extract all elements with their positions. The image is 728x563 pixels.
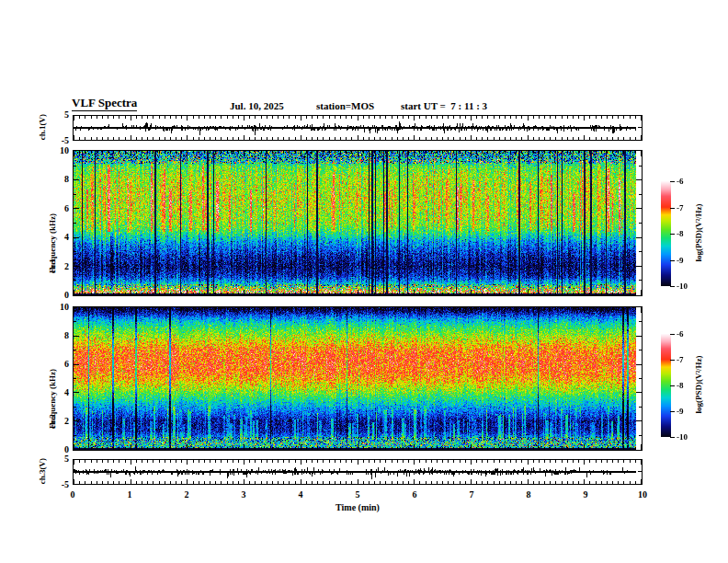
x-tick-label: 10 (633, 490, 652, 500)
colorbar2-tick (670, 360, 675, 361)
colorbar2-tick (670, 411, 675, 412)
colorbar2-tick-label: -6 (677, 329, 700, 339)
x-tick-label: 9 (576, 490, 595, 500)
colorbar2-tick-label: -10 (677, 432, 700, 442)
colorbar2-tick-label: -8 (677, 381, 700, 390)
x-tick-label: 6 (405, 490, 424, 500)
ch2-spec-y-tick-label: 10 (45, 303, 69, 312)
ch2-spec-y-tick-label: 8 (45, 331, 69, 340)
ch1-spec-y-tick-label: 10 (45, 146, 69, 155)
x-tick-label: 7 (462, 490, 481, 500)
colorbar2-tick (670, 437, 675, 438)
colorbar1-tick (670, 234, 675, 235)
x-axis-title: Time (min) (321, 502, 394, 512)
ch1-spectrogram-panel (73, 150, 643, 296)
ch1-spec-y-tick-label: 8 (45, 175, 69, 184)
colorbar2-tick-label: -7 (677, 355, 700, 364)
ch3-wave-y-tick-label: -5 (45, 480, 69, 489)
colorbar2-tick-label: -9 (677, 407, 700, 416)
ch3-voltage-axis-label: ch.3(V) (38, 416, 47, 526)
colorbar1-tick-label: -9 (677, 256, 700, 265)
colorbar1-tick (670, 260, 675, 261)
colorbar2-tick (670, 334, 675, 335)
ch2-spectrogram-panel (73, 306, 643, 451)
colorbar1-tick-label: -8 (677, 229, 700, 238)
x-tick-label: 5 (348, 490, 367, 500)
x-tick-label: 1 (120, 490, 139, 500)
colorbar2-tick (670, 385, 675, 386)
ch1-waveform-panel (73, 115, 643, 141)
ch2-spec-y-tick-label: 6 (45, 360, 69, 369)
plot-start-ut: start UT = 7 : 11 : 3 (401, 100, 487, 111)
colorbar1-tick-label: -10 (677, 282, 700, 291)
colorbar1-tick-label: -7 (677, 203, 700, 213)
ch3-waveform-panel (73, 459, 643, 485)
vlf-spectra-figure: VLF Spectra Jul. 10, 2025 station=MOS st… (0, 0, 728, 563)
ch1-spec-y-tick-label: 4 (45, 233, 69, 242)
ch1-spec-y-tick-label: 0 (45, 291, 69, 300)
ch3-wave-y-tick-label: 5 (45, 454, 69, 464)
plot-date: Jul. 10, 2025 (230, 100, 284, 111)
colorbar1-tick (670, 181, 675, 182)
x-tick-label: 3 (234, 490, 253, 500)
x-tick-label: 8 (519, 490, 538, 500)
ch1-wave-y-tick-label: 5 (45, 110, 69, 120)
x-tick-label: 4 (291, 490, 310, 500)
ch1-voltage-axis-label: ch.1(V) (38, 72, 47, 182)
ch3-waveform-canvas (74, 460, 642, 484)
colorbar1-tick-label: -6 (677, 177, 700, 186)
ch1-spec-y-tick-label: 6 (45, 204, 69, 213)
ch1-spec-y-tick-label: 2 (45, 262, 69, 271)
ch1-waveform-canvas (74, 116, 642, 140)
ch2-spectrogram-canvas (74, 307, 642, 450)
colorbar1-tick (670, 286, 675, 287)
colorbar1-tick (670, 208, 675, 209)
x-tick-label: 2 (177, 490, 196, 500)
plot-station: station=MOS (316, 100, 374, 111)
ch2-spec-y-tick-label: 4 (45, 388, 69, 397)
x-tick-label: 0 (63, 490, 82, 500)
ch1-wave-y-tick-label: -5 (45, 136, 69, 145)
ch2-spec-y-tick-label: 2 (45, 417, 69, 426)
plot-title: VLF Spectra (72, 96, 137, 111)
ch1-spectrogram-canvas (74, 151, 642, 295)
